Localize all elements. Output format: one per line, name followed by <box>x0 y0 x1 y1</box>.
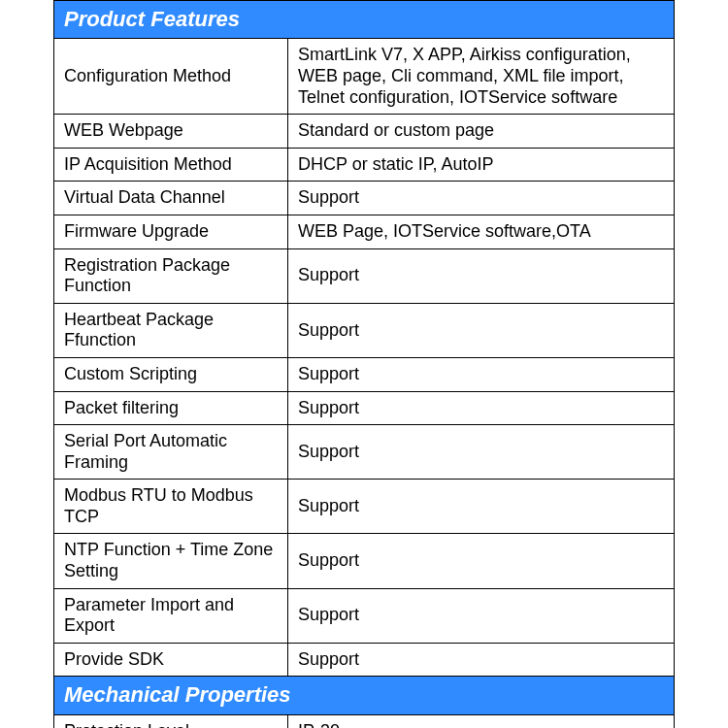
table-row: Firmware Upgrade WEB Page, IOTService so… <box>54 215 675 248</box>
spec-label: NTP Function + Time Zone Setting <box>54 534 288 588</box>
spec-label: Provide SDK <box>54 643 288 677</box>
spec-value: Support <box>288 357 675 391</box>
spec-label: Heartbeat Package Ffunction <box>54 303 288 357</box>
spec-label: Serial Port Automatic Framing <box>54 425 288 480</box>
table-row: Packet filtering Support <box>54 391 675 425</box>
table-row: WEB Webpage Standard or custom page <box>54 115 675 149</box>
section-title: Mechanical Properties <box>54 677 675 714</box>
spec-value: Support <box>288 534 675 588</box>
spec-label: Registration Package Function <box>54 248 288 303</box>
spec-value: Support <box>288 303 675 357</box>
table-row: Modbus RTU to Modbus TCP Support <box>54 480 675 534</box>
section-header-row: Product Features <box>54 1 675 39</box>
spec-label: Firmware Upgrade <box>54 215 288 248</box>
spec-label: Virtual Data Channel <box>54 182 288 215</box>
spec-value: DHCP or static IP, AutoIP <box>288 148 675 182</box>
table-row: Configuration Method SmartLink V7, X APP… <box>54 39 675 115</box>
table-row: IP Acquisition Method DHCP or static IP,… <box>54 148 675 182</box>
spec-label: Packet filtering <box>54 391 288 425</box>
spec-label: IP Acquisition Method <box>54 148 288 182</box>
table-row: Parameter Import and Export Support <box>54 588 675 643</box>
section-header-row: Mechanical Properties <box>54 677 675 714</box>
section-title: Product Features <box>54 1 675 39</box>
spec-label: Modbus RTU to Modbus TCP <box>54 480 288 534</box>
spec-label: Protection Level <box>54 714 288 728</box>
table-row: Protection Level IP-30 <box>54 714 675 728</box>
spec-value: Support <box>288 391 675 425</box>
spec-value: Support <box>288 248 675 303</box>
table-row: Heartbeat Package Ffunction Support <box>54 303 675 357</box>
table-row: Custom Scripting Support <box>54 357 675 391</box>
spec-label: Configuration Method <box>54 39 288 115</box>
table-row: NTP Function + Time Zone Setting Support <box>54 534 675 588</box>
spec-table: Product Features Configuration Method Sm… <box>53 0 675 728</box>
table-row: Registration Package Function Support <box>54 248 675 303</box>
spec-label: Custom Scripting <box>54 357 288 391</box>
table-row: Provide SDK Support <box>54 643 675 677</box>
spec-value: Support <box>288 425 675 480</box>
table-row: Serial Port Automatic Framing Support <box>54 425 675 480</box>
spec-value: Standard or custom page <box>288 115 675 149</box>
spec-label: Parameter Import and Export <box>54 588 288 643</box>
spec-value: IP-30 <box>288 714 675 728</box>
spec-value: Support <box>288 588 675 643</box>
spec-value: Support <box>288 182 675 215</box>
spec-value: Support <box>288 643 675 677</box>
table-row: Virtual Data Channel Support <box>54 182 675 215</box>
spec-value: SmartLink V7, X APP, Airkiss configurati… <box>288 39 675 115</box>
spec-value: WEB Page, IOTService software,OTA <box>288 215 675 248</box>
spec-value: Support <box>288 480 675 534</box>
spec-label: WEB Webpage <box>54 115 288 149</box>
